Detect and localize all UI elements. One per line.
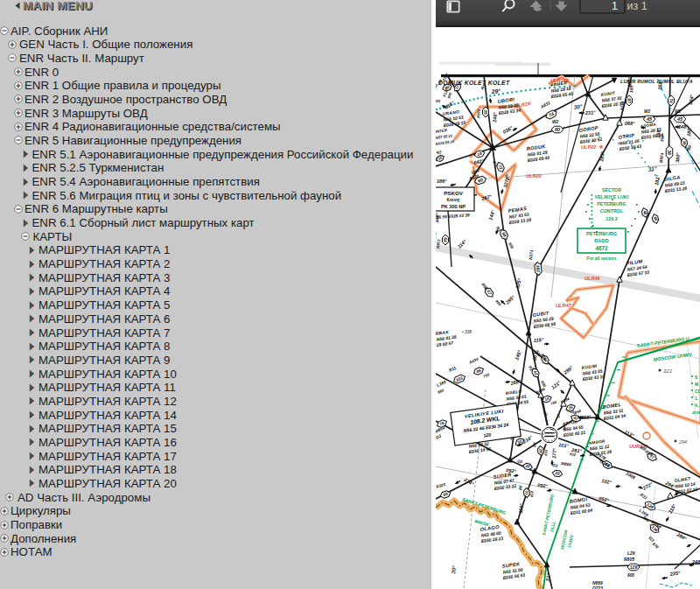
svg-text:B8: B8 [518, 485, 522, 490]
svg-text:158: 158 [657, 81, 663, 90]
svg-text:015°: 015° [444, 100, 456, 110]
svg-text:ULR46: ULR46 [584, 276, 601, 281]
svg-text:144°: 144° [487, 209, 496, 221]
svg-text:113°: 113° [624, 429, 635, 438]
svg-text:30°: 30° [573, 103, 583, 110]
svg-text:30°: 30° [450, 564, 458, 574]
svg-text:860: 860 [641, 515, 650, 523]
svg-text:183°: 183° [598, 151, 606, 162]
svg-text:214°: 214° [463, 476, 475, 487]
svg-text:114°: 114° [457, 238, 468, 249]
svg-text:CONTROL: CONTROL [600, 208, 624, 214]
svg-text:101°: 101° [558, 442, 570, 449]
svg-text:092°: 092° [537, 482, 549, 489]
svg-text:97: 97 [626, 98, 631, 103]
svg-text:102°: 102° [601, 478, 612, 485]
svg-text:900: 900 [494, 299, 502, 307]
svg-text:• 338: • 338 [462, 330, 472, 334]
svg-text:042°: 042° [473, 158, 485, 165]
svg-text:183°: 183° [626, 76, 633, 88]
svg-text:W2: W2 [552, 120, 559, 124]
svg-text:129: 129 [630, 564, 638, 570]
svg-text:N5: N5 [436, 99, 441, 103]
svg-text:284°: 284° [676, 531, 689, 542]
svg-text:322: 322 [663, 368, 673, 374]
svg-text:35: 35 [483, 109, 487, 115]
svg-text:W2: W2 [644, 109, 651, 114]
svg-text:PSKOV: PSKOV [444, 190, 464, 196]
svg-text:750: 750 [575, 408, 583, 415]
svg-text:R972: R972 [436, 239, 441, 249]
svg-text:R805: R805 [624, 557, 634, 562]
svg-text:295°: 295° [504, 294, 516, 305]
svg-text:001°: 001° [532, 349, 538, 361]
svg-text:N869: N869 [592, 581, 603, 585]
svg-text:750: 750 [550, 399, 558, 406]
svg-text:115°: 115° [668, 502, 677, 514]
svg-text:870: 870 [651, 542, 659, 550]
svg-text:ULLL: ULLL [550, 521, 556, 532]
svg-text:1: 1 [612, 0, 618, 12]
svg-text:G3: G3 [436, 433, 442, 439]
svg-text:PETERBURG: PETERBURG [597, 201, 626, 207]
svg-text:129.3: 129.3 [606, 216, 617, 221]
svg-text:PETERBURG: PETERBURG [586, 231, 617, 236]
svg-text:31: 31 [524, 490, 528, 495]
svg-text:181°: 181° [654, 174, 661, 186]
svg-text:4672: 4672 [595, 245, 608, 251]
svg-text:R11: R11 [639, 492, 648, 501]
svg-text:A831: A831 [539, 101, 551, 109]
svg-text:RADO: RADO [594, 238, 609, 243]
svg-text:B972: B972 [476, 109, 481, 118]
svg-text:1.: 1. [695, 396, 699, 401]
svg-text:For all sectors: For all sectors [586, 256, 616, 261]
svg-text:B8: B8 [686, 144, 692, 151]
svg-text:S: S [695, 375, 698, 380]
svg-text:80: 80 [555, 127, 560, 132]
svg-text:235°: 235° [668, 570, 681, 577]
svg-text:ULR20: ULR20 [526, 173, 542, 179]
svg-text:4..: 4.. [695, 403, 700, 408]
svg-text:115°: 115° [534, 337, 544, 343]
svg-text:1008: 1008 [626, 471, 637, 480]
svg-text:E028 55 35: E028 55 35 [436, 139, 455, 146]
svg-text:360°: 360° [675, 151, 681, 163]
svg-text:810: 810 [529, 490, 535, 497]
svg-text:Kresty: Kresty [447, 198, 460, 202]
svg-text:A434: A434 [467, 357, 479, 366]
svg-text:036°: 036° [502, 125, 514, 135]
svg-text:268°: 268° [509, 379, 522, 387]
svg-text:186°: 186° [437, 179, 447, 184]
svg-text:248: 248 [691, 559, 700, 564]
svg-text:из 1: из 1 [627, 0, 648, 12]
svg-text:36: 36 [667, 150, 672, 155]
svg-text:750: 750 [482, 372, 490, 379]
svg-text:M864: M864 [436, 425, 446, 434]
svg-text:28: 28 [554, 471, 560, 476]
svg-text:CO: CO [695, 389, 700, 394]
svg-text:349°: 349° [436, 230, 438, 239]
svg-text:B924: B924 [659, 152, 664, 163]
svg-text:180°: 180° [686, 125, 692, 137]
svg-text:M864: M864 [561, 461, 572, 467]
svg-text:120: 120 [483, 431, 492, 438]
svg-text:B8: B8 [532, 442, 537, 448]
svg-text:ULR47: ULR47 [556, 303, 572, 308]
svg-text:L169: L169 [436, 380, 446, 388]
svg-text:64: 64 [443, 237, 447, 242]
svg-text:145°: 145° [514, 349, 522, 361]
svg-text:74: 74 [668, 98, 673, 103]
svg-text:900: 900 [508, 242, 514, 249]
svg-text:356°: 356° [518, 502, 524, 514]
svg-text:900: 900 [446, 91, 452, 99]
svg-text:295°: 295° [562, 364, 574, 375]
svg-text:272°: 272° [641, 481, 654, 492]
svg-text:ULP22: ULP22 [581, 144, 597, 150]
svg-text:29°: 29° [490, 88, 500, 95]
svg-text:810: 810 [543, 449, 549, 456]
svg-text:45: 45 [646, 116, 653, 122]
svg-text:46 55 E028 23 39: 46 55 E028 23 39 [436, 213, 470, 220]
svg-text:004°: 004° [688, 94, 695, 105]
svg-text:177°: 177° [551, 447, 557, 459]
svg-text:G3: G3 [552, 463, 558, 468]
